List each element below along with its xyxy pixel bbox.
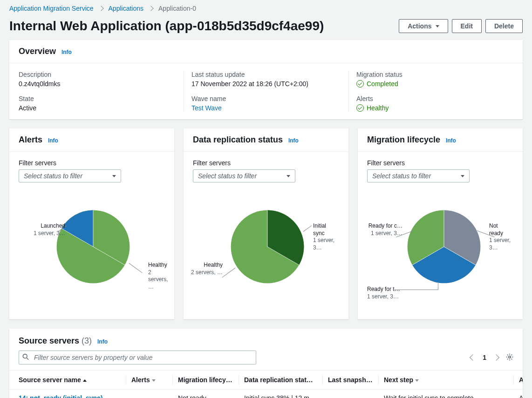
caret-down-icon (436, 25, 439, 27)
chart-label-healthy: Healthy (148, 262, 168, 269)
state-key: State (19, 95, 176, 102)
alerts-value: Healthy (367, 104, 389, 112)
cell-replication: Initial sync 38% | 12 min left (239, 390, 322, 398)
lifecycle-filter-placeholder: Select status to filter (372, 172, 431, 180)
replication-filter-placeholder: Select status to filter (198, 172, 257, 180)
replication-chart-info-link[interactable]: Info (288, 137, 299, 144)
cell-snapshot: - (322, 390, 378, 398)
replication-filter-label: Filter servers (193, 159, 339, 167)
lifecycle-chart-title: Migration lifecycle (367, 135, 440, 145)
description-value: 0.z4vtq0ldmks (19, 80, 176, 88)
source-servers-table: Source server name Alerts Migration life… (9, 370, 523, 398)
description-key: Description (19, 71, 176, 78)
chart-label-ready-cutover: Ready for c… (364, 223, 402, 230)
wave-link[interactable]: Test Wave (191, 104, 222, 112)
breadcrumb-current: Application-0 (158, 5, 196, 12)
migration-status-key: Migration status (356, 71, 513, 78)
col-lifecycle[interactable]: Migration lifecycle (172, 371, 239, 390)
svg-point-10 (23, 354, 27, 358)
page-number: 1 (483, 354, 486, 361)
cell-next: Wait for initial sync to complete (378, 390, 513, 398)
chart-label-launched: Launched (23, 223, 65, 230)
chart-label-ready-test-detail: 1 server, 3… (367, 293, 400, 301)
check-circle-icon (356, 104, 364, 112)
alerts-filter-label: Filter servers (19, 159, 165, 167)
replication-chart-title: Data replication status (193, 135, 283, 145)
breadcrumb-root[interactable]: Application Migration Service (9, 5, 94, 12)
alerts-chart-title: Alerts (19, 135, 42, 145)
breadcrumb-applications[interactable]: Applications (109, 5, 144, 12)
settings-icon[interactable] (506, 353, 513, 362)
chart-label-initial-sync: Initial sync (313, 223, 339, 237)
page-title: Internal Web Application (app-018b5d35d9… (9, 19, 324, 34)
lifecycle-chart-panel: Migration lifecycle Info Filter servers … (358, 128, 523, 319)
last-update-value: 17 November 2022 at 18:26 (UTC+2:00) (191, 80, 341, 88)
svg-line-11 (27, 358, 28, 360)
lifecycle-pie-chart: Ready for c… 1 server, 3… Not ready 1 se… (367, 186, 513, 312)
chart-label-healthy-detail: 2 servers, … (190, 269, 223, 277)
overview-title: Overview (19, 47, 56, 56)
col-replication[interactable]: Data replication status (239, 371, 322, 390)
source-servers-info-link[interactable]: Info (97, 338, 108, 345)
wave-key: Wave name (191, 95, 341, 102)
caret-down-icon (286, 175, 290, 177)
col-arch[interactable]: Arc (513, 371, 523, 390)
col-source-name[interactable]: Source server name (9, 371, 126, 390)
replication-filter-select[interactable]: Select status to filter (193, 169, 295, 182)
chevron-right-icon (98, 6, 103, 11)
alerts-key: Alerts (356, 95, 513, 102)
lifecycle-filter-select[interactable]: Select status to filter (367, 169, 470, 182)
alerts-chart-panel: Alerts Info Filter servers Select status… (9, 128, 174, 319)
source-search-input[interactable] (19, 351, 256, 364)
alerts-chart-info-link[interactable]: Info (48, 137, 58, 144)
chart-label-not-ready: Not ready (489, 223, 513, 237)
col-alerts[interactable]: Alerts (126, 371, 172, 390)
check-circle-icon (356, 80, 364, 88)
page-prev-icon[interactable] (470, 354, 476, 361)
source-servers-panel: Source servers (3) Info 1 (9, 329, 523, 398)
chart-label-healthy: Healthy (190, 262, 223, 269)
svg-point-12 (509, 356, 511, 358)
caret-down-icon (461, 175, 464, 177)
chart-label-healthy-detail: 2 servers, … (148, 269, 168, 291)
chart-label-not-ready-detail: 1 server, 3… (489, 237, 513, 251)
chart-label-initial-sync-detail: 1 server, 3… (313, 237, 339, 251)
overview-info-link[interactable]: Info (61, 49, 72, 55)
delete-button[interactable]: Delete (485, 19, 523, 33)
replication-chart-panel: Data replication status Info Filter serv… (184, 128, 348, 319)
actions-label: Actions (408, 22, 431, 30)
chart-label-ready-test: Ready for t… (367, 286, 400, 293)
lifecycle-filter-label: Filter servers (367, 159, 513, 167)
overview-panel: Overview Info Description 0.z4vtq0ldmks … (9, 40, 523, 119)
search-icon (22, 354, 29, 362)
cell-lifecycle: Not ready (172, 390, 239, 398)
col-snapshot[interactable]: Last snapshot (322, 371, 378, 390)
actions-button[interactable]: Actions (399, 19, 448, 33)
chart-label-ready-cutover-detail: 1 server, 3… (364, 230, 402, 237)
replication-pie-chart: Initial sync 1 server, 3… Healthy 2 serv… (193, 186, 339, 312)
chart-label-launched-detail: 1 server, 3… (23, 230, 65, 237)
lifecycle-chart-info-link[interactable]: Info (446, 137, 456, 144)
table-row[interactable]: 14: not_ready (initial_sync) - Not ready… (9, 390, 523, 398)
migration-status-value: Completed (367, 80, 398, 88)
col-next[interactable]: Next step (378, 371, 513, 390)
chevron-right-icon (148, 6, 153, 11)
cell-arch: Act (513, 390, 523, 398)
server-link[interactable]: 14: not_ready (initial_sync) (19, 394, 103, 398)
alerts-pie-chart: Launched 1 server, 3… Healthy 2 servers,… (19, 186, 165, 312)
cell-alerts: - (126, 390, 172, 398)
alerts-filter-select[interactable]: Select status to filter (19, 169, 121, 182)
state-value: Active (19, 104, 176, 112)
source-servers-title: Source servers (3) (19, 336, 92, 346)
last-update-key: Last status update (191, 71, 341, 78)
page-next-icon[interactable] (493, 354, 499, 361)
edit-button[interactable]: Edit (452, 19, 482, 33)
caret-down-icon (112, 175, 116, 177)
source-servers-count: (3) (82, 336, 92, 345)
breadcrumb: Application Migration Service Applicatio… (9, 0, 523, 19)
alerts-filter-placeholder: Select status to filter (24, 172, 82, 180)
